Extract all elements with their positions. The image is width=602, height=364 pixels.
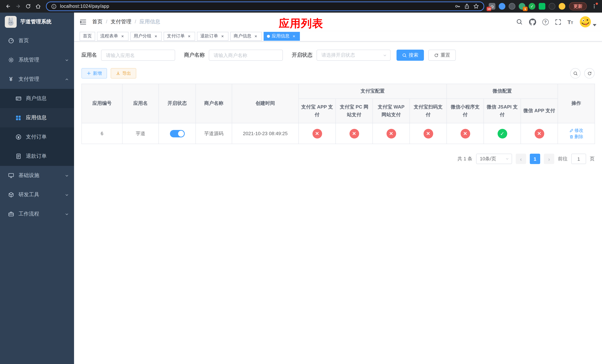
goto-page-input[interactable] — [571, 154, 586, 164]
browser-menu-button[interactable] — [589, 1, 599, 11]
tab-merchant-info[interactable]: 商户信息 — [230, 32, 262, 41]
tab-home[interactable]: 首页 — [80, 32, 95, 41]
chevron-down-icon — [65, 193, 69, 197]
plus-icon — [87, 71, 91, 75]
page-number-button[interactable]: 1 — [530, 154, 540, 164]
add-button[interactable]: 新增 — [81, 68, 107, 78]
update-label: 更新 — [573, 3, 582, 10]
extension-icon-avatar[interactable]: 1 — [519, 3, 525, 10]
browser-reload-button[interactable] — [23, 1, 33, 11]
button-label: 搜索 — [409, 52, 418, 58]
briefcase-icon — [8, 211, 14, 217]
sidebar-item-infrastructure[interactable]: 基础设施 — [0, 166, 74, 185]
search-form: 应用名 商户名称 开启状态 请选择开启状态 搜索 — [81, 50, 595, 61]
dashboard-icon — [8, 38, 14, 44]
user-avatar[interactable] — [580, 16, 596, 28]
app-table: 应用编号 应用名 开启状态 商户名称 创建时间 支付宝配置 微信配置 操作 支付… — [81, 84, 595, 144]
app-logo[interactable]: 芋道管理系统 — [0, 13, 74, 31]
header-search-icon[interactable] — [516, 19, 523, 25]
sidebar-item-dev-tools[interactable]: 研发工具 — [0, 185, 74, 204]
toggle-search-button[interactable] — [570, 68, 580, 78]
col-header-name: 应用名 — [122, 84, 159, 123]
app-status-toggle[interactable] — [170, 130, 184, 137]
sidebar-item-label: 工作流程 — [19, 211, 39, 217]
extension-icon-pinwheel[interactable] — [549, 3, 555, 10]
tab-close-icon[interactable] — [153, 33, 159, 39]
address-bar[interactable]: localhost:1024/pay/app — [46, 1, 484, 11]
help-icon[interactable] — [542, 19, 548, 25]
browser-back-button[interactable] — [3, 1, 13, 11]
export-button[interactable]: 导出 — [111, 68, 136, 78]
delete-button[interactable]: 删除 — [569, 133, 583, 140]
prev-page-button[interactable] — [516, 154, 526, 164]
extension-icon-dark[interactable] — [509, 3, 515, 10]
site-info-icon[interactable] — [51, 3, 57, 9]
tab-pay-order[interactable]: 支付订单 — [164, 32, 195, 41]
share-icon[interactable] — [464, 3, 470, 9]
sidebar-item-label: 系统管理 — [19, 57, 39, 63]
extension-icon-blue[interactable] — [499, 3, 505, 10]
extension-badge: 10 — [486, 7, 492, 11]
page-content: 应用名 商户名称 开启状态 请选择开启状态 搜索 — [74, 42, 602, 364]
edit-button[interactable]: 修改 — [569, 127, 583, 133]
active-dot — [267, 35, 270, 38]
refresh-icon — [434, 53, 439, 58]
status-select[interactable]: 请选择开启状态 — [317, 50, 391, 61]
app-name-input[interactable] — [101, 50, 175, 61]
bookmark-star-icon[interactable] — [473, 3, 479, 9]
fullscreen-icon[interactable] — [555, 19, 561, 25]
col-header-actions: 操作 — [558, 84, 595, 123]
font-size-icon[interactable] — [567, 19, 573, 25]
next-page-button[interactable] — [544, 154, 554, 164]
tab-refund-order[interactable]: 退款订单 — [197, 32, 228, 41]
sidebar-item-refund-order[interactable]: 退款订单 — [0, 147, 74, 166]
tab-user-group[interactable]: 用户分组 — [130, 32, 162, 41]
sidebar-item-label: 应用信息 — [26, 114, 47, 121]
sidebar-item-label: 研发工具 — [19, 192, 39, 198]
extension-icon-wechat-devtools[interactable] — [539, 3, 545, 10]
tab-label: 退款订单 — [200, 33, 218, 39]
search-button[interactable]: 搜索 — [397, 50, 424, 61]
refresh-table-button[interactable] — [584, 68, 595, 78]
tab-close-icon[interactable] — [187, 33, 192, 39]
bank-card-icon — [15, 96, 22, 101]
password-key-icon[interactable] — [455, 3, 461, 9]
breadcrumb-home[interactable]: 首页 — [92, 19, 103, 25]
browser-forward-button[interactable] — [13, 1, 23, 11]
tab-app-info[interactable]: 应用信息 — [264, 32, 300, 41]
col-header-alipay-app: 支付宝 APP 支付 — [299, 99, 336, 123]
cell-created: 2021-10-23 08:49:25 — [232, 123, 299, 144]
sidebar-item-home[interactable]: 首页 — [0, 31, 74, 50]
browser-update-button[interactable]: 更新 — [569, 2, 587, 10]
cell-actions: 修改 删除 — [558, 123, 595, 144]
tab-close-icon[interactable] — [220, 33, 225, 39]
cell-status — [159, 123, 196, 144]
merchant-name-input[interactable] — [209, 50, 283, 61]
page-size-select[interactable]: 10条/页 — [476, 154, 512, 164]
tab-close-icon[interactable] — [120, 33, 125, 39]
sidebar-item-workflow[interactable]: 工作流程 — [0, 204, 74, 224]
main-area: 应用列表 首页 支付管理 应用信息 — [74, 13, 602, 364]
sidebar-item-system[interactable]: 系统管理 — [0, 50, 74, 70]
extension-icon-emoji[interactable] — [559, 3, 565, 10]
sidebar-item-payment[interactable]: ¥ 支付管理 — [0, 70, 74, 89]
sidebar-item-pay-order[interactable]: 支付订单 — [0, 127, 74, 147]
reset-button[interactable]: 重置 — [428, 50, 456, 61]
tab-close-icon[interactable] — [253, 33, 258, 39]
table-row: 6 芋道 芋道源码 2021-10-23 08:49:25 — [82, 123, 595, 144]
browser-home-button[interactable] — [33, 1, 43, 11]
extension-puzzle-icon[interactable]: 10 — [489, 3, 495, 10]
col-header-wx-app: 微信 APP 支付 — [521, 99, 558, 123]
home-icon — [35, 3, 41, 9]
tab-label: 应用信息 — [272, 33, 290, 39]
sidebar-item-app-info[interactable]: 应用信息 — [0, 108, 74, 127]
tab-process-form[interactable]: 流程表单 — [97, 32, 129, 41]
alipay-app-status-icon — [312, 129, 322, 138]
button-label: 导出 — [122, 70, 131, 76]
tab-close-icon[interactable] — [291, 33, 297, 39]
extension-icon-check[interactable]: ✓ — [529, 3, 535, 10]
sidebar-item-label: 商户信息 — [26, 95, 47, 102]
sidebar-toggle-icon[interactable] — [80, 18, 87, 25]
sidebar-item-merchant-info[interactable]: 商户信息 — [0, 89, 74, 108]
github-icon[interactable] — [529, 18, 536, 25]
